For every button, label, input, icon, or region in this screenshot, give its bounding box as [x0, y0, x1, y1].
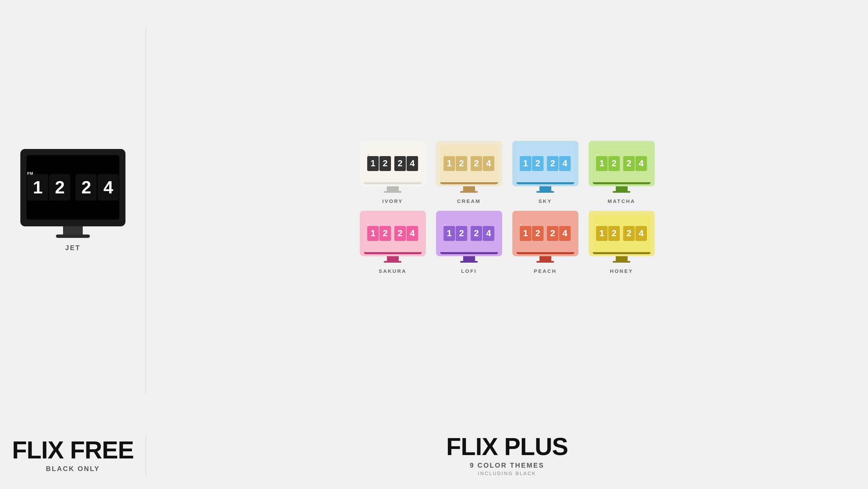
sky-hours: 1 2: [520, 156, 544, 171]
peach-screen: ™ 1 2 2 4: [516, 215, 574, 252]
sky-neck: [539, 186, 551, 191]
peach-pm: ™: [520, 224, 522, 226]
sky-chin: [516, 182, 574, 184]
sakura-h1: 1: [367, 226, 379, 241]
cream-base: [460, 191, 478, 193]
sakura-imac: ™ 1 2 2 4: [360, 211, 426, 263]
matcha-screen: ™ 1 2 2 4: [593, 145, 651, 182]
lofi-label: LOFI: [461, 268, 477, 274]
jet-clock: PM 1 2 2 4: [27, 174, 119, 201]
ivory-chin: [364, 182, 422, 184]
sakura-h2: 2: [379, 226, 391, 241]
matcha-m1: 2: [623, 156, 635, 171]
honey-screen: ™ 1 2 2 4: [593, 215, 651, 252]
sky-clock: ™ 1 2 2 4: [520, 156, 571, 171]
lofi-mins: 2 4: [471, 226, 494, 241]
themes-grid: ™ 1 2 2 4: [360, 141, 655, 274]
lofi-pm: ™: [443, 224, 446, 226]
sky-base: [536, 191, 554, 193]
honey-imac: ™ 1 2 2 4: [589, 211, 655, 263]
left-panel: PM 1 2 2 4: [0, 0, 146, 421]
sakura-m2: 4: [407, 226, 418, 241]
top-section: PM 1 2 2 4: [0, 0, 868, 421]
hour-tens: 1: [27, 174, 48, 201]
cream-m2: 4: [483, 156, 494, 171]
free-title: FLIX FREE: [12, 438, 134, 462]
peach-h2: 2: [532, 226, 544, 241]
lofi-screen: ™ 1 2 2 4: [440, 215, 498, 252]
sakura-clock: ™ 1 2 2 4: [367, 226, 418, 241]
matcha-base: [613, 191, 630, 193]
sky-m2: 4: [559, 156, 571, 171]
peach-neck: [539, 256, 551, 261]
sky-mins: 2 4: [547, 156, 571, 171]
theme-cream: ™ 1 2 2 4: [436, 141, 502, 204]
sky-h1: 1: [520, 156, 531, 171]
lofi-chin: [440, 252, 498, 254]
ivory-hours: 1 2: [367, 156, 391, 171]
sky-m1: 2: [547, 156, 558, 171]
lofi-hours: 1 2: [443, 226, 467, 241]
jet-monitor: PM 1 2 2 4: [20, 149, 125, 226]
honey-monitor: ™ 1 2 2 4: [589, 211, 655, 256]
jet-stand-base: [56, 234, 90, 238]
sakura-mins: 2 4: [394, 226, 418, 241]
peach-base: [536, 261, 554, 263]
sakura-monitor: ™ 1 2 2 4: [360, 211, 426, 256]
honey-m2: 4: [635, 226, 647, 241]
cream-m1: 2: [471, 156, 482, 171]
peach-imac: ™ 1 2 2 4: [512, 211, 578, 263]
left-bottom: FLIX FREE BLACK ONLY: [0, 438, 146, 473]
ivory-clock: ™ 1 2 2 4: [367, 156, 418, 171]
cream-hours: 1 2: [443, 156, 467, 171]
honey-h2: 2: [608, 226, 620, 241]
sakura-pm: ™: [367, 224, 370, 226]
cream-neck: [463, 186, 475, 191]
sky-imac: ™ 1 2 2 4: [512, 141, 578, 193]
honey-mins: 2 4: [623, 226, 647, 241]
honey-h1: 1: [596, 226, 608, 241]
theme-sky: ™ 1 2 2 4: [512, 141, 578, 204]
sakura-chin: [364, 252, 422, 254]
sakura-label: SAKURA: [379, 268, 407, 274]
matcha-monitor: ™ 1 2 2 4: [589, 141, 655, 186]
lofi-monitor: ™ 1 2 2 4: [436, 211, 502, 256]
jet-imac-wrapper: PM 1 2 2 4: [20, 149, 125, 252]
sky-h2: 2: [532, 156, 544, 171]
theme-ivory: ™ 1 2 2 4: [360, 141, 426, 204]
matcha-label: MATCHA: [608, 198, 635, 204]
lofi-h1: 1: [443, 226, 455, 241]
jet-chin: [26, 220, 119, 223]
cream-label: CREAM: [457, 198, 481, 204]
hour-ones: 2: [49, 174, 70, 201]
matcha-imac: ™ 1 2 2 4: [589, 141, 655, 193]
honey-base: [613, 261, 630, 263]
min-tens: 2: [76, 174, 97, 201]
cream-chin: [440, 182, 498, 184]
honey-hours: 1 2: [596, 226, 620, 241]
sakura-base: [384, 261, 401, 263]
peach-label: PEACH: [534, 268, 557, 274]
pm-label: PM: [27, 171, 34, 175]
peach-hours: 1 2: [520, 226, 544, 241]
peach-chin: [516, 252, 574, 254]
free-subtitle: BLACK ONLY: [46, 465, 100, 473]
matcha-m2: 4: [635, 156, 647, 171]
sky-pm: ™: [520, 154, 522, 156]
peach-m2: 4: [559, 226, 571, 241]
honey-neck: [616, 256, 628, 261]
lofi-imac: ™ 1 2 2 4: [436, 211, 502, 263]
honey-label: HONEY: [610, 268, 633, 274]
theme-matcha: ™ 1 2 2 4: [589, 141, 655, 204]
peach-mins: 2 4: [547, 226, 571, 241]
ivory-screen: ™ 1 2 2 4: [364, 145, 422, 182]
right-bottom: FLIX PLUS 9 COLOR THEMES INCLUDING BLACK: [146, 434, 868, 476]
min-ones: 4: [98, 174, 119, 201]
ivory-neck: [387, 186, 399, 191]
ivory-pm: ™: [367, 154, 370, 156]
matcha-hours: 1 2: [596, 156, 620, 171]
ivory-h2: 2: [379, 156, 391, 171]
lofi-m2: 4: [483, 226, 494, 241]
matcha-neck: [616, 186, 628, 191]
matcha-h2: 2: [608, 156, 620, 171]
